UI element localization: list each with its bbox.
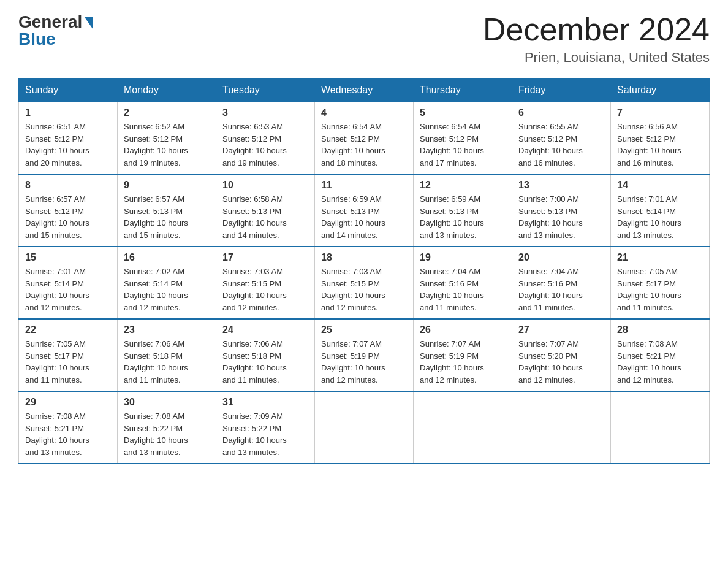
day-info: Sunrise: 6:58 AM Sunset: 5:13 PM Dayligh… [222, 193, 308, 241]
day-number: 16 [124, 252, 210, 263]
cell-week1-day1: 1 Sunrise: 6:51 AM Sunset: 5:12 PM Dayli… [19, 102, 118, 175]
calendar-table: SundayMondayTuesdayWednesdayThursdayFrid… [18, 78, 710, 464]
page-header: General Blue December 2024 Prien, Louisi… [18, 12, 710, 66]
cell-week5-day3: 31 Sunrise: 7:09 AM Sunset: 5:22 PM Dayl… [216, 391, 315, 464]
day-info: Sunrise: 7:07 AM Sunset: 5:20 PM Dayligh… [518, 338, 604, 386]
logo-blue-text: Blue [18, 29, 56, 49]
cell-week3-day1: 15 Sunrise: 7:01 AM Sunset: 5:14 PM Dayl… [19, 247, 118, 319]
header-thursday: Thursday [414, 79, 512, 102]
cell-week3-day4: 18 Sunrise: 7:03 AM Sunset: 5:15 PM Dayl… [315, 247, 414, 319]
cell-week5-day5 [414, 391, 512, 464]
cell-week5-day1: 29 Sunrise: 7:08 AM Sunset: 5:21 PM Dayl… [19, 391, 118, 464]
day-info: Sunrise: 7:08 AM Sunset: 5:21 PM Dayligh… [617, 338, 703, 386]
cell-week4-day7: 28 Sunrise: 7:08 AM Sunset: 5:21 PM Dayl… [611, 319, 710, 391]
cell-week2-day2: 9 Sunrise: 6:57 AM Sunset: 5:13 PM Dayli… [118, 174, 216, 247]
logo: General Blue [18, 12, 93, 49]
day-number: 23 [124, 324, 210, 335]
location-subtitle: Prien, Louisiana, United States [483, 50, 710, 66]
day-number: 28 [617, 324, 703, 335]
logo-arrow-icon [85, 17, 93, 29]
day-number: 27 [518, 324, 604, 335]
day-info: Sunrise: 7:07 AM Sunset: 5:19 PM Dayligh… [420, 338, 506, 386]
day-number: 20 [518, 252, 604, 263]
cell-week5-day7 [611, 391, 710, 464]
cell-week5-day6 [512, 391, 611, 464]
day-info: Sunrise: 7:00 AM Sunset: 5:13 PM Dayligh… [518, 193, 604, 241]
day-info: Sunrise: 6:59 AM Sunset: 5:13 PM Dayligh… [420, 193, 506, 241]
header-saturday: Saturday [611, 79, 710, 102]
day-info: Sunrise: 7:09 AM Sunset: 5:22 PM Dayligh… [222, 410, 308, 458]
day-number: 13 [518, 180, 604, 191]
day-number: 25 [321, 324, 407, 335]
cell-week4-day2: 23 Sunrise: 7:06 AM Sunset: 5:18 PM Dayl… [118, 319, 216, 391]
day-info: Sunrise: 7:04 AM Sunset: 5:16 PM Dayligh… [518, 266, 604, 313]
cell-week3-day6: 20 Sunrise: 7:04 AM Sunset: 5:16 PM Dayl… [512, 247, 611, 319]
cell-week1-day4: 4 Sunrise: 6:54 AM Sunset: 5:12 PM Dayli… [315, 102, 414, 175]
week-row-5: 29 Sunrise: 7:08 AM Sunset: 5:21 PM Dayl… [19, 391, 710, 464]
cell-week1-day6: 6 Sunrise: 6:55 AM Sunset: 5:12 PM Dayli… [512, 102, 611, 175]
day-number: 7 [617, 107, 703, 118]
cell-week1-day3: 3 Sunrise: 6:53 AM Sunset: 5:12 PM Dayli… [216, 102, 315, 175]
day-info: Sunrise: 7:08 AM Sunset: 5:21 PM Dayligh… [25, 410, 111, 458]
week-row-3: 15 Sunrise: 7:01 AM Sunset: 5:14 PM Dayl… [19, 247, 710, 319]
day-info: Sunrise: 7:01 AM Sunset: 5:14 PM Dayligh… [617, 193, 703, 241]
day-info: Sunrise: 6:52 AM Sunset: 5:12 PM Dayligh… [124, 121, 210, 169]
day-number: 30 [124, 397, 210, 408]
cell-week2-day1: 8 Sunrise: 6:57 AM Sunset: 5:12 PM Dayli… [19, 174, 118, 247]
header-wednesday: Wednesday [315, 79, 414, 102]
day-number: 19 [420, 252, 506, 263]
cell-week2-day5: 12 Sunrise: 6:59 AM Sunset: 5:13 PM Dayl… [414, 174, 512, 247]
day-info: Sunrise: 6:59 AM Sunset: 5:13 PM Dayligh… [321, 193, 407, 241]
day-number: 10 [222, 180, 308, 191]
header-friday: Friday [512, 79, 611, 102]
cell-week4-day4: 25 Sunrise: 7:07 AM Sunset: 5:19 PM Dayl… [315, 319, 414, 391]
cell-week4-day1: 22 Sunrise: 7:05 AM Sunset: 5:17 PM Dayl… [19, 319, 118, 391]
day-info: Sunrise: 7:02 AM Sunset: 5:14 PM Dayligh… [124, 266, 210, 313]
day-number: 18 [321, 252, 407, 263]
header-sunday: Sunday [19, 79, 118, 102]
day-info: Sunrise: 6:51 AM Sunset: 5:12 PM Dayligh… [25, 121, 111, 169]
day-number: 12 [420, 180, 506, 191]
day-info: Sunrise: 7:05 AM Sunset: 5:17 PM Dayligh… [25, 338, 111, 386]
day-number: 24 [222, 324, 308, 335]
day-info: Sunrise: 7:03 AM Sunset: 5:15 PM Dayligh… [321, 266, 407, 313]
title-section: December 2024 Prien, Louisiana, United S… [483, 12, 710, 66]
day-number: 3 [222, 107, 308, 118]
day-info: Sunrise: 7:06 AM Sunset: 5:18 PM Dayligh… [124, 338, 210, 386]
week-row-1: 1 Sunrise: 6:51 AM Sunset: 5:12 PM Dayli… [19, 102, 710, 175]
day-info: Sunrise: 7:05 AM Sunset: 5:17 PM Dayligh… [617, 266, 703, 313]
cell-week2-day7: 14 Sunrise: 7:01 AM Sunset: 5:14 PM Dayl… [611, 174, 710, 247]
cell-week3-day2: 16 Sunrise: 7:02 AM Sunset: 5:14 PM Dayl… [118, 247, 216, 319]
cell-week2-day3: 10 Sunrise: 6:58 AM Sunset: 5:13 PM Dayl… [216, 174, 315, 247]
day-number: 26 [420, 324, 506, 335]
week-row-4: 22 Sunrise: 7:05 AM Sunset: 5:17 PM Dayl… [19, 319, 710, 391]
day-number: 5 [420, 107, 506, 118]
cell-week4-day5: 26 Sunrise: 7:07 AM Sunset: 5:19 PM Dayl… [414, 319, 512, 391]
cell-week5-day4 [315, 391, 414, 464]
day-info: Sunrise: 6:55 AM Sunset: 5:12 PM Dayligh… [518, 121, 604, 169]
header-monday: Monday [118, 79, 216, 102]
day-number: 31 [222, 397, 308, 408]
day-info: Sunrise: 7:06 AM Sunset: 5:18 PM Dayligh… [222, 338, 308, 386]
day-number: 22 [25, 324, 111, 335]
day-number: 21 [617, 252, 703, 263]
header-tuesday: Tuesday [216, 79, 315, 102]
cell-week3-day7: 21 Sunrise: 7:05 AM Sunset: 5:17 PM Dayl… [611, 247, 710, 319]
week-row-2: 8 Sunrise: 6:57 AM Sunset: 5:12 PM Dayli… [19, 174, 710, 247]
cell-week3-day5: 19 Sunrise: 7:04 AM Sunset: 5:16 PM Dayl… [414, 247, 512, 319]
day-info: Sunrise: 6:57 AM Sunset: 5:12 PM Dayligh… [25, 193, 111, 241]
day-info: Sunrise: 6:57 AM Sunset: 5:13 PM Dayligh… [124, 193, 210, 241]
month-year-title: December 2024 [483, 12, 710, 47]
day-number: 9 [124, 180, 210, 191]
cell-week1-day7: 7 Sunrise: 6:56 AM Sunset: 5:12 PM Dayli… [611, 102, 710, 175]
day-number: 29 [25, 397, 111, 408]
cell-week5-day2: 30 Sunrise: 7:08 AM Sunset: 5:22 PM Dayl… [118, 391, 216, 464]
calendar-header-row: SundayMondayTuesdayWednesdayThursdayFrid… [19, 79, 710, 102]
day-number: 15 [25, 252, 111, 263]
day-number: 6 [518, 107, 604, 118]
cell-week2-day6: 13 Sunrise: 7:00 AM Sunset: 5:13 PM Dayl… [512, 174, 611, 247]
day-info: Sunrise: 6:54 AM Sunset: 5:12 PM Dayligh… [321, 121, 407, 169]
day-number: 17 [222, 252, 308, 263]
day-info: Sunrise: 7:04 AM Sunset: 5:16 PM Dayligh… [420, 266, 506, 313]
day-number: 11 [321, 180, 407, 191]
